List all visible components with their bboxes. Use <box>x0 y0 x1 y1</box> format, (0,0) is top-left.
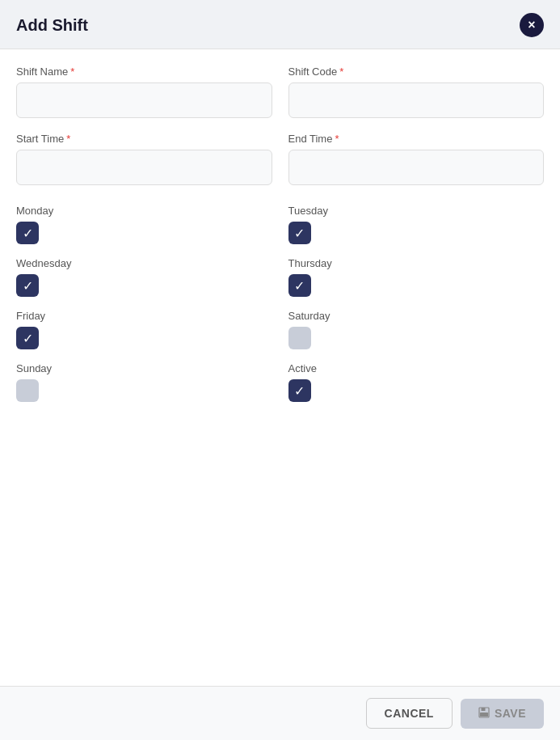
start-time-group: Start Time * <box>16 133 272 185</box>
friday-group: Friday ✓ <box>16 305 272 354</box>
start-time-input[interactable] <box>16 150 272 185</box>
shift-name-group: Shift Name * <box>16 66 272 118</box>
checkbox-row-3: Friday ✓ Saturday <box>16 305 544 354</box>
monday-checkbox-wrapper: ✓ <box>16 222 272 244</box>
tuesday-group: Tuesday ✓ <box>288 200 545 249</box>
saturday-group: Saturday <box>288 305 545 354</box>
form-row-names: Shift Name * Shift Code * <box>16 66 544 118</box>
active-checkbox[interactable]: ✓ <box>288 379 311 402</box>
save-icon <box>478 707 490 721</box>
wednesday-group: Wednesday ✓ <box>16 252 272 302</box>
end-time-input[interactable] <box>288 150 545 185</box>
saturday-checkbox-wrapper <box>288 327 545 349</box>
end-time-label: End Time * <box>288 133 545 145</box>
shift-name-label: Shift Name * <box>16 66 272 78</box>
shift-name-input[interactable] <box>16 82 272 118</box>
end-time-required: * <box>335 133 339 145</box>
cancel-button[interactable]: CANCEL <box>366 698 453 729</box>
friday-checkbox-wrapper: ✓ <box>16 327 272 349</box>
save-label: SAVE <box>495 707 526 720</box>
saturday-checkbox[interactable] <box>288 327 311 349</box>
modal-body: Shift Name * Shift Code * Start Time * <box>0 49 560 686</box>
friday-checkbox[interactable]: ✓ <box>16 327 39 349</box>
thursday-checkbox[interactable]: ✓ <box>288 274 311 297</box>
thursday-checkbox-wrapper: ✓ <box>288 274 545 297</box>
tuesday-label: Tuesday <box>288 205 545 217</box>
shift-code-group: Shift Code * <box>288 66 545 118</box>
checkbox-row-1: Monday ✓ Tuesday ✓ <box>16 200 544 249</box>
shift-name-required: * <box>70 66 74 78</box>
save-button[interactable]: SAVE <box>461 699 544 729</box>
friday-label: Friday <box>16 310 272 322</box>
start-time-label: Start Time * <box>16 133 272 145</box>
tuesday-checkbox[interactable]: ✓ <box>288 222 311 244</box>
active-group: Active ✓ <box>288 357 545 407</box>
close-icon: × <box>528 18 535 32</box>
add-shift-modal: Add Shift × Shift Name * Shift Code * <box>0 0 560 740</box>
end-time-group: End Time * <box>288 133 545 185</box>
wednesday-checkbox-wrapper: ✓ <box>16 274 272 297</box>
start-time-required: * <box>66 133 70 145</box>
thursday-group: Thursday ✓ <box>288 252 545 302</box>
wednesday-label: Wednesday <box>16 257 272 269</box>
modal-title: Add Shift <box>16 16 88 35</box>
active-checkbox-wrapper: ✓ <box>288 379 545 402</box>
wednesday-checkbox[interactable]: ✓ <box>16 274 39 297</box>
svg-rect-2 <box>480 713 488 717</box>
active-label: Active <box>288 362 545 374</box>
modal-header: Add Shift × <box>0 0 560 49</box>
sunday-label: Sunday <box>16 362 272 374</box>
sunday-checkbox[interactable] <box>16 379 39 402</box>
svg-rect-1 <box>481 708 485 711</box>
form-row-times: Start Time * End Time * <box>16 133 544 185</box>
checkbox-row-4: Sunday Active ✓ <box>16 357 544 407</box>
close-button[interactable]: × <box>520 13 544 37</box>
monday-group: Monday ✓ <box>16 200 272 249</box>
saturday-label: Saturday <box>288 310 545 322</box>
checkbox-row-2: Wednesday ✓ Thursday ✓ <box>16 252 544 302</box>
shift-code-required: * <box>339 66 343 78</box>
thursday-label: Thursday <box>288 257 545 269</box>
shift-code-input[interactable] <box>288 82 545 118</box>
monday-label: Monday <box>16 205 272 217</box>
sunday-checkbox-wrapper <box>16 379 272 402</box>
tuesday-checkbox-wrapper: ✓ <box>288 222 545 244</box>
modal-footer: CANCEL SAVE <box>0 686 560 740</box>
monday-checkbox[interactable]: ✓ <box>16 222 39 244</box>
sunday-group: Sunday <box>16 357 272 407</box>
shift-code-label: Shift Code * <box>288 66 545 78</box>
